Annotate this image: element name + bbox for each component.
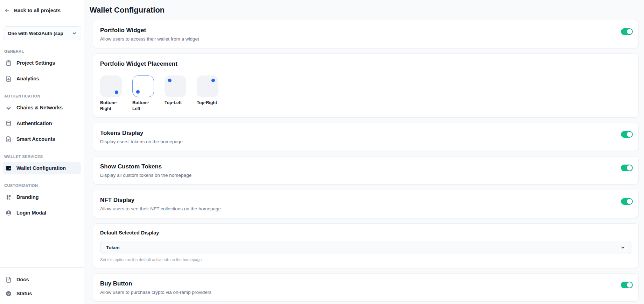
analytics-icon <box>5 75 12 82</box>
select-helper-text: Set this option as the default active ta… <box>100 258 631 262</box>
clipboard-icon <box>5 60 12 66</box>
card-portfolio-widget-placement: Portfolio Widget PlacementBottom-RightBo… <box>93 53 639 117</box>
toggle-knob <box>627 282 632 288</box>
card-show-custom-tokens: Show Custom TokensDisplay all custom tok… <box>93 156 639 184</box>
back-to-projects-label: Back to all projects <box>14 8 61 13</box>
sidebar-item-label: Login Modal <box>16 210 46 216</box>
placement-option-top-right[interactable]: Top-Right <box>197 75 220 111</box>
toggle-knob <box>627 165 632 171</box>
tokens-display-toggle[interactable] <box>621 131 633 138</box>
sidebar-item-docs[interactable]: Docs <box>3 273 81 286</box>
placement-dot <box>115 91 118 94</box>
document-icon <box>5 276 12 283</box>
placement-option-label: Top-Left <box>164 100 187 106</box>
toggle-knob <box>627 29 632 34</box>
placement-tile <box>132 75 154 97</box>
card-title: Default Selected Display <box>100 230 631 236</box>
check-circle-icon <box>5 290 12 297</box>
placement-option-bottom-left[interactable]: Bottom-Left <box>132 75 155 111</box>
placement-tile <box>100 75 122 97</box>
arrow-left-icon <box>4 7 10 13</box>
section-label: WALLET SERVICES <box>4 154 80 159</box>
section-label: CUSTOMIZATION <box>4 183 80 188</box>
sidebar-item-smart-accounts[interactable]: Smart Accounts <box>3 133 81 145</box>
sidebar-item-project-settings[interactable]: Project Settings <box>3 57 81 69</box>
sidebar-item-wallet-configuration[interactable]: Wallet Configuration <box>3 162 81 174</box>
sidebar-item-status[interactable]: Status <box>3 287 81 300</box>
nft-display-toggle[interactable] <box>621 198 633 205</box>
placement-option-label: Top-Right <box>197 100 219 106</box>
project-selector-value: One with Web3Auth (sap <box>8 31 70 36</box>
sidebar-item-login-modal[interactable]: Login Modal <box>3 207 81 219</box>
page-title: Wallet Configuration <box>90 6 639 15</box>
default-selected-display-select[interactable]: Token <box>100 241 631 254</box>
card-description: Allow users to purchase crypto via on-ra… <box>100 289 631 296</box>
buy-button-toggle[interactable] <box>621 282 633 288</box>
user-circle-icon <box>5 210 12 216</box>
database-icon <box>5 120 12 127</box>
placement-options: Bottom-RightBottom-LeftTop-LeftTop-Right <box>100 75 631 111</box>
card-title: Portfolio Widget <box>100 26 631 34</box>
sidebar-item-label: Project Settings <box>16 60 55 66</box>
card-title: Tokens Display <box>100 129 631 137</box>
section-label: GENERAL <box>4 49 80 53</box>
sidebar-item-label: Smart Accounts <box>16 136 55 142</box>
card-default-selected-display: Default Selected DisplayTokenSet this op… <box>93 223 639 268</box>
toggle-knob <box>627 199 632 204</box>
sidebar-item-chains-networks[interactable]: Chains & Networks <box>3 101 81 114</box>
card-title: Portfolio Widget Placement <box>100 60 631 68</box>
sidebar-item-label: Wallet Configuration <box>16 165 66 171</box>
placement-tile <box>164 75 186 97</box>
document-icon <box>5 136 12 143</box>
placement-dot <box>168 79 172 82</box>
chevron-down-icon <box>620 245 625 250</box>
card-tokens-display: Tokens DisplayDisplay users' tokens on t… <box>93 123 639 151</box>
card-description: Allow users to access their wallet from … <box>100 36 631 42</box>
back-to-projects-button[interactable]: Back to all projects <box>0 0 84 20</box>
sidebar-footer: DocsStatus <box>0 267 84 304</box>
section-label: AUTHENTICATION <box>4 94 80 98</box>
card-nft-display: NFT DisplayAllow users to see their NFT … <box>93 190 639 218</box>
main-content: Wallet Configuration Portfolio WidgetAll… <box>84 0 644 304</box>
placement-option-label: Bottom-Left <box>132 100 155 111</box>
placement-option-top-left[interactable]: Top-Left <box>164 75 188 111</box>
show-custom-tokens-toggle[interactable] <box>621 165 633 171</box>
sidebar-item-branding[interactable]: Branding <box>3 191 81 203</box>
placement-option-bottom-right[interactable]: Bottom-Right <box>100 75 123 111</box>
sidebar: Back to all projects One with Web3Auth (… <box>0 0 84 304</box>
settings-cards: Portfolio WidgetAllow users to access th… <box>93 20 639 304</box>
portfolio-widget-toggle[interactable] <box>621 28 633 35</box>
wifi-icon <box>5 104 12 111</box>
placement-dot <box>211 79 215 82</box>
card-title: Buy Button <box>100 280 631 288</box>
select-value: Token <box>106 245 620 250</box>
sidebar-item-authentication[interactable]: Authentication <box>3 117 81 130</box>
card-description: Display users' tokens on the homepage <box>100 139 631 145</box>
sidebar-item-label: Authentication <box>16 121 52 126</box>
toggle-knob <box>627 132 632 137</box>
project-selector[interactable]: One with Web3Auth (sap <box>3 26 81 40</box>
card-description: Allow users to see their NFT collections… <box>100 206 631 212</box>
sidebar-item-label: Analytics <box>16 76 39 81</box>
card-buy-button: Buy ButtonAllow users to purchase crypto… <box>93 273 639 302</box>
sidebar-item-label: Chains & Networks <box>16 105 63 110</box>
chevron-down-icon <box>72 31 77 36</box>
sidebar-item-analytics[interactable]: Analytics <box>3 72 81 85</box>
wallet-icon <box>5 165 12 172</box>
sidebar-item-label: Docs <box>16 277 29 282</box>
card-title: Show Custom Tokens <box>100 162 631 171</box>
sidebar-item-label: Status <box>16 291 32 296</box>
placement-tile <box>197 75 218 97</box>
placement-option-label: Bottom-Right <box>100 100 122 111</box>
sidebar-nav: GENERALProject SettingsAnalyticsAUTHENTI… <box>0 40 84 267</box>
card-portfolio-widget: Portfolio WidgetAllow users to access th… <box>93 20 639 48</box>
card-title: NFT Display <box>100 196 631 204</box>
sidebar-item-label: Branding <box>16 194 39 200</box>
brush-icon <box>5 194 12 201</box>
card-description: Display all custom tokens on the homepag… <box>100 172 631 179</box>
placement-dot <box>136 90 140 94</box>
